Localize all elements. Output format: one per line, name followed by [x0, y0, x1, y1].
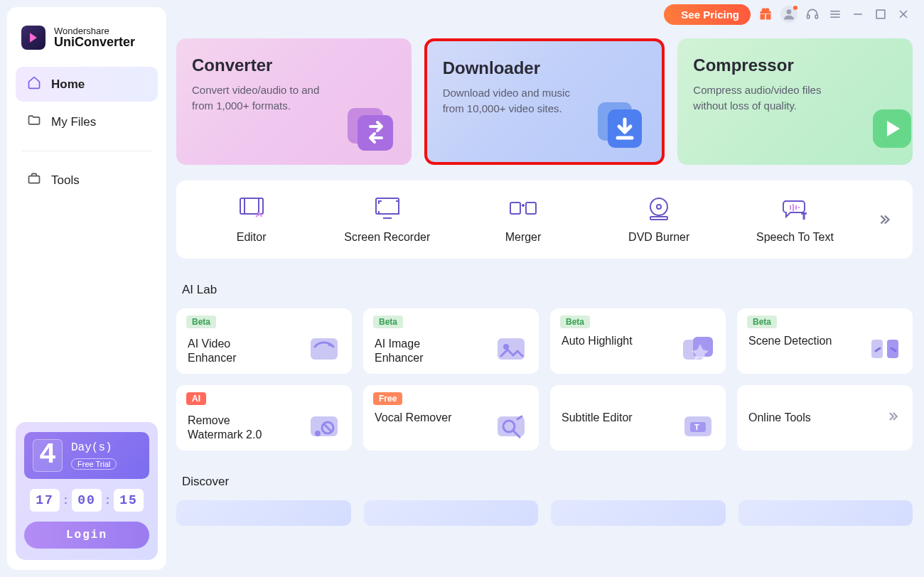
image-enhancer-icon: [493, 333, 529, 365]
svg-rect-17: [240, 198, 263, 214]
card-title: Scene Detection: [748, 334, 832, 348]
svg-rect-23: [526, 203, 536, 214]
ai-lab-grid-2: AI Remove Watermark 2.0 Free Vocal Remov…: [176, 385, 913, 451]
pricing-label: See Pricing: [681, 9, 739, 21]
discover-row: [176, 500, 913, 526]
dvd-burner-icon: [645, 195, 673, 221]
login-button[interactable]: Login: [24, 522, 149, 549]
countdown-minutes: 00: [72, 489, 102, 512]
speech-to-text-icon: T: [780, 195, 809, 221]
ai-badge: AI: [186, 392, 206, 405]
hero-title: Compressor: [693, 55, 897, 75]
trial-days-panel: 4 Day(s) Free Trial: [24, 432, 149, 479]
hero-downloader[interactable]: Downloader Download video and music from…: [424, 38, 665, 165]
sidebar-nav: Home My Files Tools: [16, 67, 158, 198]
video-enhancer-icon: [306, 333, 342, 365]
discover-card[interactable]: [738, 500, 913, 526]
account-avatar-icon[interactable]: [780, 6, 797, 23]
svg-rect-7: [876, 10, 885, 18]
converter-icon: [342, 98, 399, 155]
vocal-remover-icon: [493, 409, 529, 442]
hero-desc: Convert video/audio to and from 1,000+ f…: [192, 82, 341, 114]
svg-text:T: T: [802, 212, 806, 220]
svg-text:T: T: [694, 423, 699, 431]
hero-converter[interactable]: Converter Convert video/audio to and fro…: [176, 38, 412, 165]
tool-strip-more[interactable]: [863, 212, 906, 227]
svg-rect-45: [498, 416, 525, 436]
sidebar: Wondershare UniConverter Home My Files T…: [7, 7, 166, 570]
discover-card[interactable]: [551, 500, 726, 526]
svg-rect-1: [807, 15, 810, 18]
window-minimize-icon[interactable]: [850, 6, 866, 22]
hero-compressor[interactable]: Compressor Compress audio/video files wi…: [677, 38, 913, 165]
sidebar-item-label: Home: [51, 77, 85, 92]
card-title: Subtitle Editor: [562, 411, 633, 425]
scene-detection-icon: [867, 333, 903, 365]
gift-icon[interactable]: [758, 6, 773, 22]
chevron-double-right-icon: [876, 212, 892, 227]
main-content: Converter Convert video/audio to and fro…: [176, 38, 913, 577]
card-online-tools[interactable]: Online Tools: [737, 385, 913, 451]
card-remove-watermark[interactable]: AI Remove Watermark 2.0: [176, 385, 352, 451]
card-vocal-remover[interactable]: Free Vocal Remover: [363, 385, 539, 451]
trial-days-number: 4: [33, 439, 63, 472]
hero-title: Converter: [192, 55, 396, 75]
card-scene-detection[interactable]: Beta Scene Detection: [737, 308, 913, 374]
svg-rect-2: [815, 15, 817, 18]
beta-badge: Beta: [560, 316, 590, 328]
merger-icon: [509, 195, 537, 221]
tool-editor[interactable]: Editor: [183, 195, 319, 244]
svg-point-27: [657, 205, 661, 209]
brand-line1: Wondershare: [54, 26, 135, 36]
toolbox-icon: [27, 171, 41, 189]
editor-icon: [237, 195, 266, 221]
see-pricing-button[interactable]: See Pricing: [664, 4, 751, 25]
chevron-double-right-icon: [886, 409, 900, 426]
hero-row: Converter Convert video/audio to and fro…: [176, 38, 913, 165]
sidebar-item-home[interactable]: Home: [16, 67, 158, 102]
card-ai-video-enhancer[interactable]: Beta AI Video Enhancer: [176, 308, 352, 374]
card-auto-highlight[interactable]: Beta Auto Highlight: [550, 308, 726, 374]
divider: [21, 151, 152, 151]
tool-dvd-burner[interactable]: DVD Burner: [591, 195, 727, 244]
subtitle-editor-icon: T: [680, 409, 716, 442]
screen-recorder-icon: [373, 195, 402, 221]
support-headset-icon[interactable]: [805, 6, 820, 22]
trial-days-label: Day(s): [71, 441, 117, 454]
card-title: Vocal Remover: [375, 411, 452, 425]
card-title: Auto Highlight: [562, 334, 633, 348]
card-title: AI Image Enhancer: [375, 337, 446, 365]
logo-mark-icon: [21, 26, 45, 50]
discover-card[interactable]: [176, 500, 351, 526]
hamburger-menu-icon[interactable]: [827, 6, 843, 22]
ai-lab-title: AI Lab: [182, 283, 913, 297]
sidebar-item-tools[interactable]: Tools: [16, 163, 158, 198]
tool-speech-to-text[interactable]: T Speech To Text: [727, 195, 863, 244]
tool-merger[interactable]: Merger: [455, 195, 591, 244]
tool-screen-recorder[interactable]: Screen Recorder: [319, 195, 455, 244]
beta-badge: Beta: [747, 316, 777, 328]
brand-line2: UniConverter: [54, 36, 135, 49]
countdown-seconds: 15: [114, 489, 144, 512]
hero-desc: Download video and music from 10,000+ vi…: [443, 85, 592, 117]
trial-card: 4 Day(s) Free Trial 17 : 00 : 15 Login: [16, 422, 158, 560]
hero-title: Downloader: [443, 58, 647, 78]
window-close-icon[interactable]: [896, 6, 911, 22]
card-ai-image-enhancer[interactable]: Beta AI Image Enhancer: [363, 308, 539, 374]
sidebar-item-myfiles[interactable]: My Files: [16, 104, 158, 139]
beta-badge: Beta: [373, 316, 403, 328]
beta-badge: Beta: [186, 316, 216, 328]
auto-highlight-icon: [680, 333, 716, 365]
discover-title: Discover: [182, 475, 913, 489]
card-subtitle-editor[interactable]: Subtitle Editor T: [550, 385, 726, 451]
free-badge: Free: [373, 392, 402, 405]
svg-point-26: [650, 198, 667, 215]
card-title: Remove Watermark 2.0: [188, 414, 280, 442]
home-icon: [27, 75, 41, 93]
discover-card[interactable]: [364, 500, 539, 526]
tool-label: DVD Burner: [628, 231, 689, 244]
tool-strip: Editor Screen Recorder Merger DVD Burner…: [176, 180, 913, 259]
tool-label: Screen Recorder: [344, 231, 430, 244]
sidebar-item-label: Tools: [51, 173, 80, 188]
window-maximize-icon[interactable]: [873, 6, 888, 22]
